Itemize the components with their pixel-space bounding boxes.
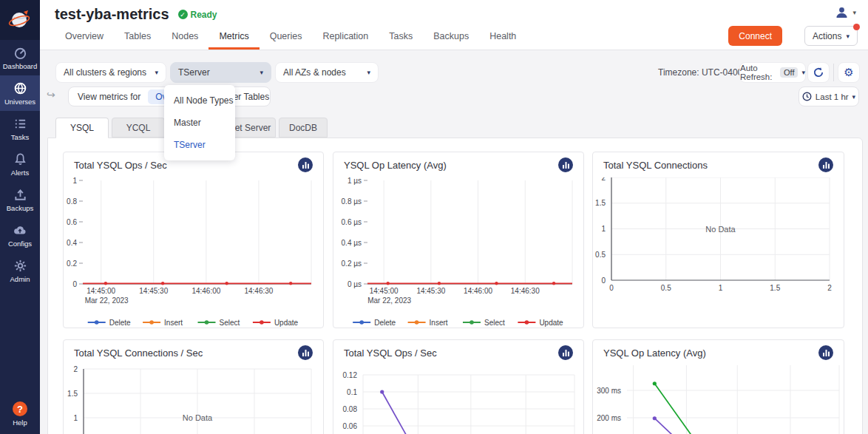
auto-refresh-value: Off bbox=[780, 67, 798, 78]
x-tick-label: 14:45:30 bbox=[416, 287, 445, 295]
y-tick-label: 0 bbox=[72, 280, 77, 288]
chart-canvas: 0 µs0.2 µs0.4 µs0.6 µs0.8 µs1 µs14:45:00… bbox=[333, 177, 583, 329]
sidebar-item-label: Alerts bbox=[11, 169, 29, 177]
sidebar-item-dashboard[interactable]: Dashboard bbox=[0, 40, 40, 75]
y-tick-label: 0.2 bbox=[67, 260, 77, 268]
series-line bbox=[382, 392, 420, 434]
chart-title: YSQL Op Latency (Avg) bbox=[344, 160, 447, 171]
x-tick-label: 14:46:00 bbox=[464, 287, 492, 295]
chart-title: Total YSQL Connections / Sec bbox=[74, 347, 203, 359]
x-tick-label: 14:46:30 bbox=[511, 287, 540, 295]
app-logo[interactable] bbox=[0, 0, 40, 40]
sidebar-item-backups[interactable]: Backups bbox=[0, 182, 40, 217]
y-tick-label: 1 bbox=[73, 414, 78, 422]
check-icon: ✓ bbox=[178, 10, 188, 19]
cluster-region-value: All clusters & regions bbox=[64, 67, 146, 78]
tab-queries[interactable]: Queries bbox=[260, 26, 313, 50]
node-type-option-all-node-types[interactable]: All Node Types bbox=[164, 89, 235, 112]
tab-metrics[interactable]: Metrics bbox=[208, 26, 259, 50]
chart-options-icon[interactable] bbox=[818, 157, 833, 172]
x-tick-label: 1 bbox=[719, 284, 723, 292]
y-tick-label: 0.8 µs bbox=[342, 197, 362, 206]
metric-tab-docdb[interactable]: DocDB bbox=[279, 118, 328, 138]
chart-card-header: YSQL Op Latency (Avg) bbox=[333, 152, 583, 177]
notification-dot bbox=[853, 24, 860, 30]
metric-tab-ysql[interactable]: YSQL bbox=[55, 118, 109, 138]
clock-icon bbox=[802, 92, 812, 101]
tab-backups[interactable]: Backups bbox=[423, 26, 479, 50]
sidebar-item-label: Dashboard bbox=[3, 62, 37, 70]
sidebar-item-universes[interactable]: Universes bbox=[0, 75, 40, 111]
tab-overview[interactable]: Overview bbox=[55, 26, 114, 50]
tab-health[interactable]: Health bbox=[479, 26, 526, 50]
y-tick-label: 1.5 bbox=[67, 390, 78, 398]
chart-options-icon[interactable] bbox=[558, 157, 573, 172]
auto-refresh-control[interactable]: Auto Refresh: Off ▾ bbox=[739, 62, 806, 83]
node-type-value: TServer bbox=[178, 67, 210, 78]
node-type-option-master[interactable]: Master bbox=[164, 112, 235, 134]
chart-canvas: 00.511.5200.511.52No Data bbox=[64, 365, 323, 434]
tab-replication[interactable]: Replication bbox=[312, 26, 379, 50]
tab-tasks[interactable]: Tasks bbox=[379, 26, 423, 50]
tab-tables[interactable]: Tables bbox=[114, 26, 161, 50]
legend-label: Select bbox=[220, 319, 240, 327]
chart-title: YSQL Op Latency (Avg) bbox=[603, 347, 706, 359]
time-range-button[interactable]: Last 1 hr ▾ bbox=[799, 87, 859, 106]
chevron-down-icon: ▾ bbox=[852, 93, 856, 101]
chart-title: Total YSQL Connections bbox=[603, 160, 708, 171]
settings-button[interactable]: ⚙ bbox=[838, 62, 860, 83]
az-node-select[interactable]: All AZs & nodes ▾ bbox=[275, 62, 379, 83]
node-type-option-tserver[interactable]: TServer bbox=[164, 134, 235, 156]
sidebar-item-configs[interactable]: Configs bbox=[0, 217, 40, 253]
chart-card-header: YSQL Op Latency (Avg) bbox=[593, 340, 844, 365]
tab-nodes[interactable]: Nodes bbox=[161, 26, 208, 50]
no-data-label: No Data bbox=[705, 225, 736, 234]
chart-card-header: Total YSQL Ops / Sec bbox=[333, 340, 583, 365]
metric-tab-ycql[interactable]: YCQL bbox=[112, 118, 165, 138]
sidebar-item-tasks[interactable]: Tasks bbox=[0, 111, 40, 146]
admin-gear-icon bbox=[13, 259, 27, 273]
sidebar-item-alerts[interactable]: Alerts bbox=[0, 146, 40, 182]
chevron-down-icon: ▾ bbox=[852, 9, 856, 16]
cluster-region-select[interactable]: All clusters & regions ▾ bbox=[55, 62, 166, 83]
chevron-down-icon: ▾ bbox=[260, 69, 263, 76]
chart-options-icon[interactable] bbox=[558, 345, 573, 360]
auto-refresh-label: Auto Refresh: bbox=[740, 64, 776, 81]
node-type-select[interactable]: TServer ▾ bbox=[170, 62, 271, 83]
chart-options-icon[interactable] bbox=[298, 345, 313, 360]
refresh-icon bbox=[813, 67, 824, 78]
top-bar: test-yba-metrics ✓ Ready ▾ OverviewTable… bbox=[40, 0, 868, 50]
y-tick-label: 1 bbox=[72, 177, 77, 185]
y-tick-label: 0 µs bbox=[347, 280, 362, 288]
status-badge: ✓ Ready bbox=[178, 10, 217, 20]
y-tick-label: 0 bbox=[601, 277, 606, 285]
chart-options-icon[interactable] bbox=[298, 157, 313, 172]
x-tick-label: 1.5 bbox=[770, 284, 780, 292]
chart-card: YSQL Op Latency (Avg)0 µs0.2 µs0.4 µs0.6… bbox=[333, 152, 584, 328]
configs-cloud-icon bbox=[13, 223, 27, 237]
backups-upload-icon bbox=[13, 188, 27, 202]
chart-card: Total YSQL Connections / Sec00.511.5200.… bbox=[63, 339, 324, 434]
sidebar-item-help[interactable]: ? Help bbox=[0, 401, 40, 427]
user-menu[interactable]: ▾ bbox=[835, 6, 856, 18]
y-tick-label: 0.6 µs bbox=[342, 218, 362, 226]
sidebar-item-admin[interactable]: Admin bbox=[0, 253, 40, 288]
node-type-dropdown: All Node TypesMasterTServer bbox=[164, 85, 235, 160]
metrics-panel: Total YSQL Ops / Sec00.20.40.60.8114:45:… bbox=[47, 138, 863, 434]
actions-button[interactable]: Actions ▾ bbox=[804, 26, 858, 46]
dashboard-gauge-icon bbox=[13, 46, 27, 60]
return-arrow-icon: ↪ bbox=[47, 89, 55, 101]
chart-options-icon[interactable] bbox=[818, 345, 833, 360]
chevron-down-icon: ▾ bbox=[155, 69, 158, 76]
connect-button[interactable]: Connect bbox=[728, 26, 782, 46]
x-tick-label: 14:46:30 bbox=[244, 287, 273, 295]
refresh-button[interactable] bbox=[807, 62, 830, 83]
y-tick-label: 300 ms bbox=[597, 387, 621, 395]
tasks-list-icon bbox=[13, 117, 27, 131]
y-tick-label: 0.12 bbox=[343, 371, 358, 379]
status-label: Ready bbox=[191, 10, 217, 20]
gear-icon: ⚙ bbox=[844, 66, 853, 79]
x-tick-label: 14:45:00 bbox=[370, 287, 399, 295]
legend-label: Insert bbox=[430, 319, 448, 327]
time-range-value: Last 1 hr bbox=[816, 92, 849, 101]
